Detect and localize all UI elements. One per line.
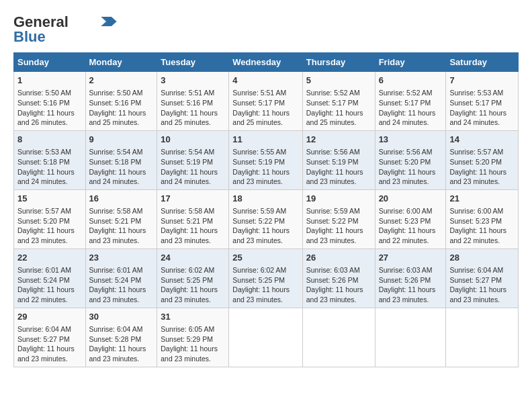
cell-info: Sunrise: 6:02 AMSunset: 5:25 PMDaylight:… — [161, 265, 225, 305]
calendar-cell: 30Sunrise: 6:04 AMSunset: 5:28 PMDayligh… — [85, 308, 157, 367]
logo-blue: Blue — [13, 28, 46, 46]
day-number: 2 — [89, 75, 154, 87]
header-friday: Friday — [375, 53, 446, 72]
calendar-cell — [375, 308, 446, 367]
cell-info: Sunrise: 5:52 AMSunset: 5:17 PMDaylight:… — [379, 88, 443, 128]
cell-info: Sunrise: 6:02 AMSunset: 5:25 PMDaylight:… — [232, 265, 298, 305]
logo: General Blue — [13, 13, 117, 46]
cell-info: Sunrise: 5:59 AMSunset: 5:22 PMDaylight:… — [232, 206, 298, 246]
cell-info: Sunrise: 6:04 AMSunset: 5:27 PMDaylight:… — [449, 265, 515, 305]
day-number: 31 — [161, 311, 225, 323]
day-number: 22 — [17, 252, 82, 264]
calendar-cell: 27Sunrise: 6:03 AMSunset: 5:26 PMDayligh… — [375, 248, 446, 308]
cell-info: Sunrise: 6:03 AMSunset: 5:26 PMDaylight:… — [379, 265, 443, 305]
cell-info: Sunrise: 5:59 AMSunset: 5:22 PMDaylight:… — [306, 206, 371, 246]
calendar-week-row: 8Sunrise: 5:53 AMSunset: 5:18 PMDaylight… — [14, 130, 519, 189]
day-number: 1 — [17, 75, 82, 87]
calendar-cell: 20Sunrise: 6:00 AMSunset: 5:23 PMDayligh… — [375, 189, 446, 248]
day-number: 30 — [89, 311, 154, 323]
calendar-cell: 7Sunrise: 5:53 AMSunset: 5:17 PMDaylight… — [446, 72, 519, 131]
header-tuesday: Tuesday — [157, 53, 229, 72]
calendar-cell: 28Sunrise: 6:04 AMSunset: 5:27 PMDayligh… — [446, 248, 519, 308]
calendar-week-row: 15Sunrise: 5:57 AMSunset: 5:20 PMDayligh… — [14, 189, 519, 248]
cell-info: Sunrise: 5:54 AMSunset: 5:18 PMDaylight:… — [89, 147, 154, 187]
day-number: 14 — [449, 134, 515, 146]
day-number: 19 — [306, 193, 371, 205]
calendar-week-row: 22Sunrise: 6:01 AMSunset: 5:24 PMDayligh… — [14, 248, 519, 308]
calendar-cell — [302, 308, 375, 367]
calendar-cell: 12Sunrise: 5:56 AMSunset: 5:19 PMDayligh… — [302, 130, 375, 189]
cell-info: Sunrise: 5:58 AMSunset: 5:21 PMDaylight:… — [161, 206, 225, 246]
day-number: 27 — [379, 252, 443, 264]
calendar-cell: 13Sunrise: 5:56 AMSunset: 5:20 PMDayligh… — [375, 130, 446, 189]
calendar-cell: 26Sunrise: 6:03 AMSunset: 5:26 PMDayligh… — [302, 248, 375, 308]
header-monday: Monday — [85, 53, 157, 72]
day-number: 25 — [232, 252, 298, 264]
calendar-cell: 23Sunrise: 6:01 AMSunset: 5:24 PMDayligh… — [85, 248, 157, 308]
calendar-cell: 21Sunrise: 6:00 AMSunset: 5:23 PMDayligh… — [446, 189, 519, 248]
calendar-week-row: 1Sunrise: 5:50 AMSunset: 5:16 PMDaylight… — [14, 72, 519, 131]
header-sunday: Sunday — [14, 53, 86, 72]
cell-info: Sunrise: 5:57 AMSunset: 5:20 PMDaylight:… — [449, 147, 515, 187]
cell-info: Sunrise: 5:52 AMSunset: 5:17 PMDaylight:… — [306, 88, 371, 128]
calendar-cell: 1Sunrise: 5:50 AMSunset: 5:16 PMDaylight… — [14, 72, 86, 131]
calendar-cell: 16Sunrise: 5:58 AMSunset: 5:21 PMDayligh… — [85, 189, 157, 248]
day-number: 9 — [89, 134, 154, 146]
day-number: 20 — [379, 193, 443, 205]
calendar-cell: 29Sunrise: 6:04 AMSunset: 5:27 PMDayligh… — [14, 308, 86, 367]
cell-info: Sunrise: 5:56 AMSunset: 5:19 PMDaylight:… — [306, 147, 371, 187]
cell-info: Sunrise: 5:54 AMSunset: 5:19 PMDaylight:… — [161, 147, 225, 187]
header: General Blue — [13, 13, 519, 46]
day-number: 29 — [17, 311, 82, 323]
cell-info: Sunrise: 5:51 AMSunset: 5:17 PMDaylight:… — [232, 88, 298, 128]
calendar-header-row: SundayMondayTuesdayWednesdayThursdayFrid… — [14, 53, 519, 72]
day-number: 28 — [449, 252, 515, 264]
cell-info: Sunrise: 5:57 AMSunset: 5:20 PMDaylight:… — [17, 206, 82, 246]
cell-info: Sunrise: 5:50 AMSunset: 5:16 PMDaylight:… — [89, 88, 154, 128]
day-number: 7 — [449, 75, 515, 87]
day-number: 15 — [17, 193, 82, 205]
calendar-cell: 18Sunrise: 5:59 AMSunset: 5:22 PMDayligh… — [229, 189, 302, 248]
day-number: 12 — [306, 134, 371, 146]
cell-info: Sunrise: 5:53 AMSunset: 5:18 PMDaylight:… — [17, 147, 82, 187]
day-number: 3 — [161, 75, 225, 87]
day-number: 21 — [449, 193, 515, 205]
calendar-cell: 14Sunrise: 5:57 AMSunset: 5:20 PMDayligh… — [446, 130, 519, 189]
day-number: 24 — [161, 252, 225, 264]
calendar-cell: 22Sunrise: 6:01 AMSunset: 5:24 PMDayligh… — [14, 248, 86, 308]
calendar-cell: 2Sunrise: 5:50 AMSunset: 5:16 PMDaylight… — [85, 72, 157, 131]
day-number: 8 — [17, 134, 82, 146]
calendar-cell: 3Sunrise: 5:51 AMSunset: 5:16 PMDaylight… — [157, 72, 229, 131]
cell-info: Sunrise: 5:50 AMSunset: 5:16 PMDaylight:… — [17, 88, 82, 128]
calendar-cell — [446, 308, 519, 367]
logo-icon — [101, 17, 117, 26]
cell-info: Sunrise: 6:05 AMSunset: 5:29 PMDaylight:… — [161, 324, 225, 364]
calendar-cell: 9Sunrise: 5:54 AMSunset: 5:18 PMDaylight… — [85, 130, 157, 189]
header-wednesday: Wednesday — [229, 53, 302, 72]
day-number: 16 — [89, 193, 154, 205]
calendar-cell — [229, 308, 302, 367]
svg-marker-0 — [101, 17, 116, 26]
day-number: 11 — [232, 134, 298, 146]
cell-info: Sunrise: 6:01 AMSunset: 5:24 PMDaylight:… — [89, 265, 154, 305]
day-number: 23 — [89, 252, 154, 264]
cell-info: Sunrise: 6:04 AMSunset: 5:28 PMDaylight:… — [89, 324, 154, 364]
cell-info: Sunrise: 6:00 AMSunset: 5:23 PMDaylight:… — [449, 206, 515, 246]
calendar-body: 1Sunrise: 5:50 AMSunset: 5:16 PMDaylight… — [14, 72, 519, 367]
day-number: 17 — [161, 193, 225, 205]
day-number: 13 — [379, 134, 443, 146]
calendar-table: SundayMondayTuesdayWednesdayThursdayFrid… — [13, 52, 519, 367]
calendar-cell: 10Sunrise: 5:54 AMSunset: 5:19 PMDayligh… — [157, 130, 229, 189]
calendar-week-row: 29Sunrise: 6:04 AMSunset: 5:27 PMDayligh… — [14, 308, 519, 367]
header-saturday: Saturday — [446, 53, 519, 72]
day-number: 4 — [232, 75, 298, 87]
calendar-cell: 11Sunrise: 5:55 AMSunset: 5:19 PMDayligh… — [229, 130, 302, 189]
cell-info: Sunrise: 5:58 AMSunset: 5:21 PMDaylight:… — [89, 206, 154, 246]
day-number: 26 — [306, 252, 371, 264]
calendar-cell: 25Sunrise: 6:02 AMSunset: 5:25 PMDayligh… — [229, 248, 302, 308]
cell-info: Sunrise: 6:04 AMSunset: 5:27 PMDaylight:… — [17, 324, 82, 364]
cell-info: Sunrise: 5:53 AMSunset: 5:17 PMDaylight:… — [449, 88, 515, 128]
day-number: 5 — [306, 75, 371, 87]
cell-info: Sunrise: 6:00 AMSunset: 5:23 PMDaylight:… — [379, 206, 443, 246]
calendar-cell: 5Sunrise: 5:52 AMSunset: 5:17 PMDaylight… — [302, 72, 375, 131]
